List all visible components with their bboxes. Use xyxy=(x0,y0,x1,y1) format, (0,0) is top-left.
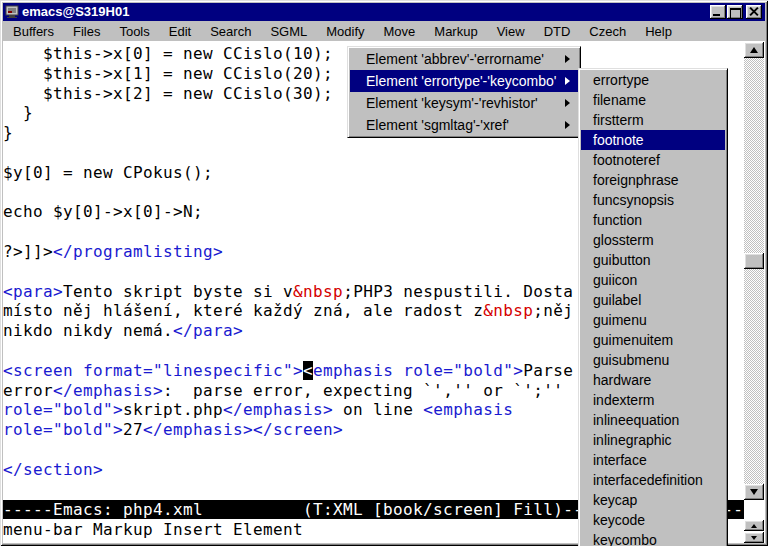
submenu-arrow-icon xyxy=(565,121,570,129)
scrollbar-thumb[interactable] xyxy=(744,253,764,269)
menu-czech[interactable]: Czech xyxy=(580,22,635,41)
code-text: 27 xyxy=(123,420,143,439)
code-text: ;PHP3 nespustili. Dosta xyxy=(343,282,573,301)
submenu-item-funcsynopsis[interactable]: funcsynopsis xyxy=(581,190,725,210)
code-text: $this->x[2] = new CCislo(30); xyxy=(3,84,333,103)
submenu-item-glossterm[interactable]: glossterm xyxy=(581,230,725,250)
code-text: ;něj xyxy=(533,301,573,320)
text-cursor: < xyxy=(303,361,313,380)
main-scrollbar[interactable] xyxy=(744,42,764,500)
submenu-item-footnote[interactable]: footnote xyxy=(581,130,725,150)
submenu-item-inlineequation[interactable]: inlineequation xyxy=(581,410,725,430)
xml-entity: &nbsp xyxy=(483,301,533,320)
submenu-item-interface[interactable]: interface xyxy=(581,450,725,470)
window-title: emacs@S319H01 xyxy=(22,3,129,21)
close-icon xyxy=(749,7,758,16)
menu-sgml[interactable]: SGML xyxy=(261,22,316,41)
submenu-item-errortype[interactable]: errortype xyxy=(581,70,725,90)
menu-markup[interactable]: Markup xyxy=(425,22,486,41)
code-text: $this->x[0] = new CCislo(10); xyxy=(3,44,333,63)
menu-modify[interactable]: Modify xyxy=(317,22,373,41)
code-text: : parse error, expecting `','' or `';'' xyxy=(163,381,563,400)
menu-dtd[interactable]: DTD xyxy=(535,22,580,41)
window-controls xyxy=(709,5,762,19)
scroll-down-button[interactable] xyxy=(744,484,764,500)
code-text: on line xyxy=(333,400,423,419)
code-text: ?>]]> xyxy=(3,242,53,261)
submenu-item-guisubmenu[interactable]: guisubmenu xyxy=(581,350,725,370)
xml-tag: </para> xyxy=(173,321,243,340)
submenu-item-guimenuitem[interactable]: guimenuitem xyxy=(581,330,725,350)
minibuffer-scrollbar[interactable] xyxy=(744,520,764,543)
scroll-up-button[interactable] xyxy=(744,42,764,58)
code-text: nikdo nikdy nemá. xyxy=(3,321,173,340)
code-text: Parse xyxy=(523,361,573,380)
xml-tag: </programlisting> xyxy=(53,242,223,261)
title-bar[interactable]: emacs@S319H01 xyxy=(3,3,765,21)
element-range-menu: Element 'abbrev'-'errorname'Element 'err… xyxy=(347,46,581,138)
emacs-window: { "window": { "title": "emacs@S319H01" }… xyxy=(0,0,768,546)
submenu-item-inlinegraphic[interactable]: inlinegraphic xyxy=(581,430,725,450)
code-text: Tento skript byste si v xyxy=(63,282,293,301)
scroll-up-icon xyxy=(750,47,758,53)
code-text: } xyxy=(3,123,13,142)
xml-tag: </emphasis></screen> xyxy=(143,420,343,439)
submenu-item-guiicon[interactable]: guiicon xyxy=(581,270,725,290)
submenu-arrow-icon xyxy=(565,77,570,85)
xml-tag: <para> xyxy=(3,282,63,301)
scroll-down-icon xyxy=(750,489,758,495)
xml-tag: </emphasis> xyxy=(223,400,333,419)
xml-tag: role="bold"> xyxy=(3,420,123,439)
menu-item-element-abbrev-errorname-[interactable]: Element 'abbrev'-'errorname' xyxy=(350,48,578,70)
menu-edit[interactable]: Edit xyxy=(160,22,200,41)
menu-search[interactable]: Search xyxy=(201,22,260,41)
submenu-item-footnoteref[interactable]: footnoteref xyxy=(581,150,725,170)
submenu-item-interfacedefinition[interactable]: interfacedefinition xyxy=(581,470,725,490)
code-text: error xyxy=(3,381,53,400)
menu-move[interactable]: Move xyxy=(375,22,425,41)
xml-tag: <emphasis xyxy=(423,400,513,419)
menu-item-element-keysym-revhistor-[interactable]: Element 'keysym'-'revhistor' xyxy=(350,92,578,114)
menu-files[interactable]: Files xyxy=(64,22,109,41)
code-text: místo něj hlášení, které každý zná, ale … xyxy=(3,301,483,320)
submenu-item-foreignphrase[interactable]: foreignphrase xyxy=(581,170,725,190)
submenu-item-filename[interactable]: filename xyxy=(581,90,725,110)
code-text: skript.php xyxy=(123,400,223,419)
menu-help[interactable]: Help xyxy=(636,22,681,41)
menu-item-element-sgmltag-xref-[interactable]: Element 'sgmltag'-'xref' xyxy=(350,114,578,136)
menu-view[interactable]: View xyxy=(488,22,534,41)
scroll-down-icon xyxy=(751,536,757,540)
submenu-item-keycap[interactable]: keycap xyxy=(581,490,725,510)
menu-tools[interactable]: Tools xyxy=(110,22,158,41)
xml-tag: </section> xyxy=(3,460,103,479)
submenu-item-keycode[interactable]: keycode xyxy=(581,510,725,530)
menu-buffers[interactable]: Buffers xyxy=(4,22,63,41)
submenu-item-guilabel[interactable]: guilabel xyxy=(581,290,725,310)
submenu-item-indexterm[interactable]: indexterm xyxy=(581,390,725,410)
emacs-app-icon xyxy=(5,5,19,19)
submenu-item-guibutton[interactable]: guibutton xyxy=(581,250,725,270)
scrollbar-track[interactable] xyxy=(744,58,764,484)
minibuffer-scroll-down-button[interactable] xyxy=(744,532,764,543)
submenu-item-firstterm[interactable]: firstterm xyxy=(581,110,725,130)
submenu-item-function[interactable]: function xyxy=(581,210,725,230)
menu-item-element-errortype-keycombo-[interactable]: Element 'errortype'-'keycombo' xyxy=(350,70,578,92)
minibuffer-scroll-up-button[interactable] xyxy=(744,520,764,531)
minimize-button[interactable] xyxy=(710,5,726,19)
xml-tag: emphasis role="bold"> xyxy=(313,361,523,380)
submenu-item-keycombo[interactable]: keycombo xyxy=(581,530,725,546)
submenu-item-hardware[interactable]: hardware xyxy=(581,370,725,390)
code-text: echo $y[0]->x[0]->N; xyxy=(3,202,203,221)
xml-tag: <screen format="linespecific"> xyxy=(3,361,303,380)
code-text: $y[0] = new CPokus(); xyxy=(3,163,213,182)
xml-tag: </emphasis> xyxy=(53,381,163,400)
xml-tag: role="bold"> xyxy=(3,400,123,419)
close-button[interactable] xyxy=(746,5,762,19)
menu-bar: BuffersFilesToolsEditSearchSGMLModifyMov… xyxy=(3,21,765,41)
code-text: } xyxy=(3,103,33,122)
scroll-up-icon xyxy=(751,524,757,528)
submenu-arrow-icon xyxy=(565,99,570,107)
minimize-icon xyxy=(713,14,720,16)
maximize-button[interactable] xyxy=(727,5,743,19)
submenu-item-guimenu[interactable]: guimenu xyxy=(581,310,725,330)
